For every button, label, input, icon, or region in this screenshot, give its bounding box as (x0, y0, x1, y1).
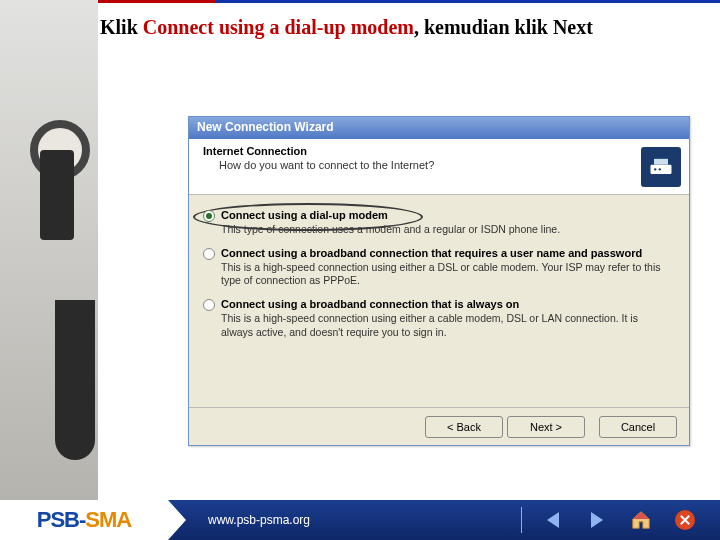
option-broadband-auth[interactable]: Connect using a broadband connection tha… (221, 247, 671, 288)
logo-text-right: SMA (85, 507, 131, 533)
decorative-photo (0, 0, 98, 500)
close-icon (675, 510, 695, 530)
psb-sma-logo: PSB-SMA (0, 500, 168, 540)
new-connection-wizard-window: New Connection Wizard Internet Connectio… (188, 116, 690, 446)
footer-url: www.psb-psma.org (208, 513, 521, 527)
wizard-header-title: Internet Connection (203, 145, 625, 157)
option-dialup[interactable]: Connect using a dial-up modem This type … (221, 209, 671, 237)
close-button[interactable] (674, 509, 696, 531)
footer-nav (542, 509, 720, 531)
option-description: This is a high-speed connection using ei… (221, 310, 671, 339)
instruction-middle: , kemudian klik (414, 16, 553, 38)
back-button[interactable]: < Back (425, 416, 503, 438)
wizard-header: Internet Connection How do you want to c… (189, 139, 689, 195)
window-titlebar[interactable]: New Connection Wizard (189, 117, 689, 139)
radio-icon[interactable] (203, 248, 215, 260)
logo-text-left: PSB- (37, 507, 86, 533)
option-label: Connect using a dial-up modem (221, 209, 671, 221)
option-label: Connect using a broadband connection tha… (221, 247, 671, 259)
instruction-prefix: Klik (100, 16, 143, 38)
svg-point-2 (654, 168, 656, 170)
wizard-footer: < Back Next > Cancel (189, 407, 689, 445)
logo-triangle (168, 500, 186, 540)
option-label: Connect using a broadband connection tha… (221, 298, 671, 310)
window-title: New Connection Wizard (197, 120, 334, 134)
option-description: This type of connection uses a modem and… (221, 221, 671, 237)
instruction-suffix: Next (553, 16, 593, 38)
footer-divider (521, 507, 522, 533)
svg-rect-1 (654, 159, 668, 165)
cancel-button[interactable]: Cancel (599, 416, 677, 438)
slide-footer-bar: PSB-SMA www.psb-psma.org (0, 500, 720, 540)
next-button[interactable]: Next > (507, 416, 585, 438)
option-broadband-always[interactable]: Connect using a broadband connection tha… (221, 298, 671, 339)
next-slide-button[interactable] (586, 509, 608, 531)
instruction-text: Klik Connect using a dial-up modem, kemu… (100, 14, 660, 41)
home-icon (630, 509, 652, 531)
arrow-left-icon (547, 512, 559, 528)
instruction-highlight: Connect using a dial-up modem (143, 16, 414, 38)
top-accent-bar (0, 0, 720, 3)
radio-icon[interactable] (203, 210, 215, 222)
modem-icon (641, 147, 681, 187)
radio-icon[interactable] (203, 299, 215, 311)
home-button[interactable] (630, 509, 652, 531)
arrow-right-icon (591, 512, 603, 528)
prev-slide-button[interactable] (542, 509, 564, 531)
wizard-body: Connect using a dial-up modem This type … (189, 195, 689, 407)
wizard-header-subtitle: How do you want to connect to the Intern… (203, 157, 625, 171)
svg-point-3 (659, 168, 661, 170)
option-description: This is a high-speed connection using ei… (221, 259, 671, 288)
